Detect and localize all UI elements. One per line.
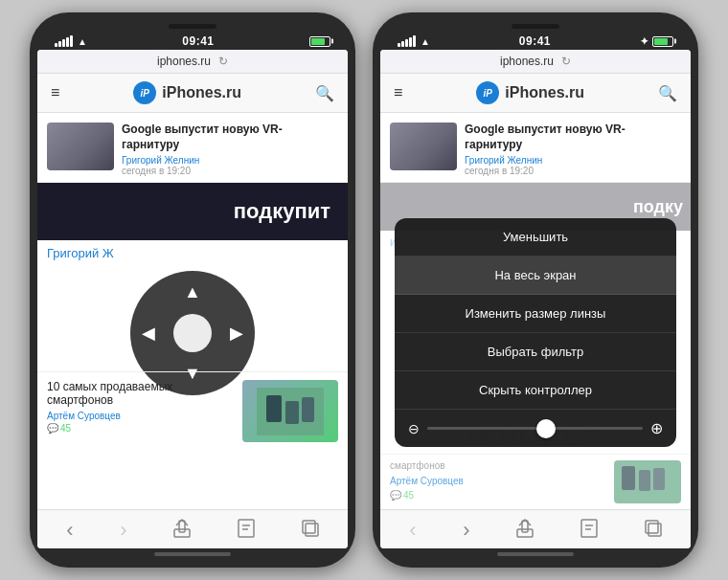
- article-image-left: [242, 380, 338, 442]
- signal-bars-right: [398, 35, 416, 47]
- logo-letter-right: iP: [484, 88, 492, 99]
- sub-author-left[interactable]: Григорий Ж: [37, 240, 348, 266]
- content-area-right: Google выпустит новую VR-гарнитуру Григо…: [380, 113, 691, 509]
- back-btn-left[interactable]: ‹: [66, 518, 73, 543]
- bar4: [66, 37, 69, 47]
- news-text-right: Google выпустит новую VR-гарнитуру Григо…: [465, 123, 681, 176]
- joystick-center[interactable]: [173, 314, 212, 352]
- url-bar-right[interactable]: iphones.ru ↻: [380, 50, 691, 74]
- svg-rect-13: [639, 470, 650, 491]
- news-thumb-right: [390, 123, 457, 170]
- wifi-icon-left: ▲: [78, 36, 87, 47]
- battery-fill-left: [311, 38, 325, 45]
- status-bar-left: ▲ 09:41: [37, 31, 348, 50]
- big-banner-left: подкупит: [37, 183, 348, 240]
- bar3: [62, 39, 65, 47]
- news-thumb-left: [47, 123, 114, 170]
- svg-rect-16: [517, 529, 533, 537]
- news-item-left: Google выпустит новую VR-гарнитуру Григо…: [37, 113, 348, 183]
- phone-right: ▲ 09:41 ✦ iphones.ru ↻ ≡ iP: [373, 12, 698, 568]
- article-sub-right: смартфонов: [390, 460, 606, 471]
- signal-left: ▲: [55, 35, 87, 47]
- bottom-toolbar-left: ‹ ›: [37, 509, 348, 548]
- svg-rect-21: [648, 524, 661, 536]
- svg-rect-1: [266, 395, 282, 422]
- bottom-toolbar-right: ‹ ›: [380, 509, 691, 548]
- zoom-track[interactable]: [427, 427, 643, 430]
- comment-icon-right: 💬: [390, 490, 401, 501]
- big-banner-text-left: подкупит: [234, 199, 338, 224]
- comment-badge-right: 💬 45: [390, 490, 606, 501]
- tabs-btn-right[interactable]: [645, 520, 662, 542]
- bluetooth-icon-right: ✦: [640, 35, 648, 48]
- phone-left: ▲ 09:41 iphones.ru ↻ ≡ iP iPhones.r: [30, 12, 355, 568]
- rbar5: [413, 35, 416, 47]
- rbar1: [398, 43, 400, 47]
- tabs-btn-left[interactable]: [302, 520, 319, 542]
- logo-circle-left: iP: [133, 81, 156, 104]
- search-icon-left[interactable]: 🔍: [315, 84, 334, 102]
- menu-item-4[interactable]: Скрыть контроллер: [395, 371, 676, 410]
- share-btn-right[interactable]: [516, 519, 534, 543]
- site-logo-right: iP iPhones.ru: [476, 81, 584, 104]
- comment-icon-left: 💬: [47, 423, 58, 434]
- home-indicator-right: [497, 552, 574, 556]
- joystick-container: ◀ ▶ ▲ ▼: [37, 266, 348, 371]
- thumb-placeholder-right: [390, 123, 457, 170]
- thumb-placeholder-left: [47, 123, 114, 170]
- news-author-left[interactable]: Григорий Желнин: [122, 155, 338, 166]
- news-author-right[interactable]: Григорий Желнин: [465, 155, 681, 166]
- zoom-thumb[interactable]: [536, 419, 556, 438]
- bar1: [55, 43, 57, 47]
- menu-item-2[interactable]: Изменить размер линзы: [395, 295, 676, 333]
- share-btn-left[interactable]: [173, 519, 191, 543]
- zoom-plus-icon[interactable]: ⊕: [650, 419, 663, 437]
- bookmarks-btn-right[interactable]: [580, 519, 598, 543]
- joystick-right-arrow[interactable]: ▶: [230, 323, 243, 344]
- screen-right: iphones.ru ↻ ≡ iP iPhones.ru 🔍: [380, 50, 691, 548]
- search-icon-right[interactable]: 🔍: [658, 84, 677, 102]
- news-title-left: Google выпустит новую VR-гарнитуру: [122, 123, 338, 152]
- article-author-left[interactable]: Артём Суровцев: [47, 411, 235, 421]
- joystick-up-arrow[interactable]: ▲: [184, 282, 201, 302]
- news-time-left: сегодня в 19:20: [122, 166, 338, 176]
- menu-item-3[interactable]: Выбрать фильтр: [395, 333, 676, 371]
- context-menu-right: Уменьшить На весь экран Изменить размер …: [395, 218, 676, 447]
- nav-bar-right: ≡ iP iPhones.ru 🔍: [380, 74, 691, 113]
- bar5: [70, 35, 73, 47]
- zoom-minus-icon[interactable]: ⊖: [408, 421, 420, 436]
- signal-bars-left: [55, 35, 73, 47]
- reload-icon-right[interactable]: ↻: [561, 55, 571, 68]
- site-logo-left: iP iPhones.ru: [133, 81, 241, 104]
- url-text-right: iphones.ru: [500, 55, 554, 68]
- article-img-right: [614, 460, 681, 503]
- rbar3: [405, 39, 408, 47]
- bookmarks-btn-left[interactable]: [238, 519, 255, 543]
- article-author-right[interactable]: Артём Суровцев: [390, 476, 464, 486]
- back-btn-right[interactable]: ‹: [409, 518, 416, 543]
- site-name-right: iPhones.ru: [505, 84, 584, 101]
- screen-left: iphones.ru ↻ ≡ iP iPhones.ru 🔍: [37, 50, 348, 548]
- svg-rect-14: [653, 468, 665, 490]
- menu-icon-left[interactable]: ≡: [51, 84, 59, 101]
- article-title-left: 10 самых продаваемых смартфонов: [47, 380, 235, 407]
- news-time-right: сегодня в 19:20: [465, 166, 681, 176]
- menu-item-0[interactable]: Уменьшить: [395, 218, 676, 257]
- right-icons-left: [309, 36, 330, 47]
- url-bar-left[interactable]: iphones.ru ↻: [37, 50, 348, 74]
- svg-rect-6: [239, 520, 254, 537]
- nav-bar-left: ≡ iP iPhones.ru 🔍: [37, 74, 348, 113]
- menu-icon-right[interactable]: ≡: [394, 84, 402, 101]
- logo-circle-right: iP: [476, 81, 499, 104]
- reload-icon-left[interactable]: ↻: [218, 55, 228, 68]
- forward-btn-right[interactable]: ›: [463, 518, 469, 543]
- battery-left: [309, 36, 330, 47]
- svg-rect-2: [285, 401, 299, 424]
- menu-item-1[interactable]: На весь экран: [395, 257, 676, 295]
- joystick-left-arrow[interactable]: ◀: [142, 323, 155, 344]
- url-text-left: iphones.ru: [157, 55, 211, 68]
- forward-btn-left[interactable]: ›: [120, 518, 126, 543]
- comment-badge-left: 💬 45: [47, 423, 235, 434]
- rbar4: [409, 37, 412, 47]
- comment-count-right: 45: [403, 490, 414, 501]
